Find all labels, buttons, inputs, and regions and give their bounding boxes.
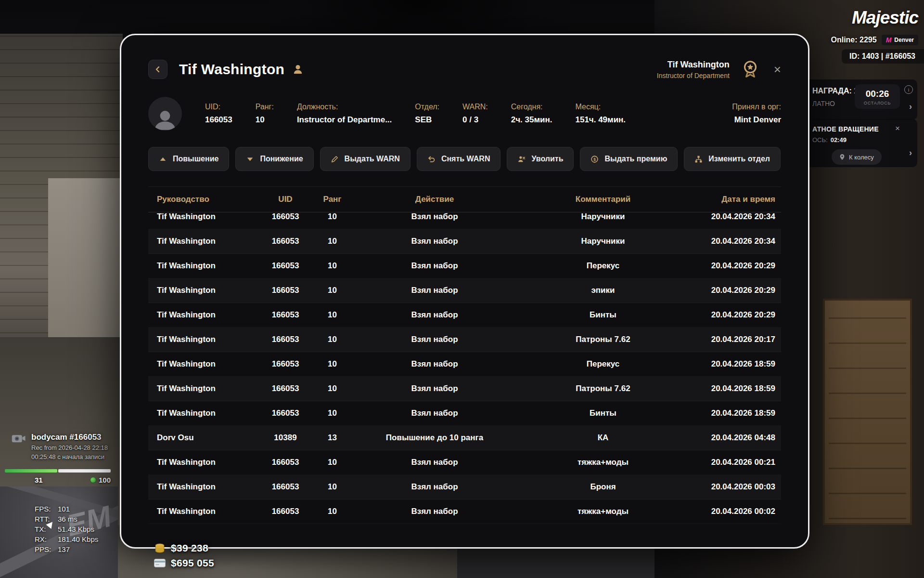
cell-date: 20.04.2026 00:21 <box>687 458 781 467</box>
info-icon[interactable]: i <box>904 85 913 94</box>
table-row: Tif Washington 166053 10 Взял набор эпик… <box>148 278 781 303</box>
cell-rank: 10 <box>314 261 350 271</box>
status-green-icon <box>90 477 96 483</box>
chevron-right-icon[interactable]: › <box>909 102 912 112</box>
status-bar <box>5 469 111 473</box>
table-row: Dorv Osu 10389 13 Повышение до 10 ранга … <box>148 426 781 450</box>
chevron-right-icon[interactable]: › <box>909 148 912 158</box>
col-header-date: Дата и время <box>687 195 781 204</box>
table-row: Tif Washington 166053 10 Взял набор Бинт… <box>148 401 781 426</box>
give-warn-button[interactable]: Выдать WARN <box>320 147 411 171</box>
field-today: Сегодня: 2ч. 35мин. <box>511 103 552 125</box>
col-header-action: Действие <box>350 195 519 204</box>
give-bonus-button[interactable]: $ Выдать премию <box>580 147 678 171</box>
svg-text:$: $ <box>594 157 596 161</box>
cell-action: Взял набор <box>350 261 519 271</box>
actions-row: Повышение Понижение Выдать WARN Снять WA… <box>148 147 781 171</box>
go-to-wheel-button[interactable]: К колесу <box>832 149 882 165</box>
stat-rtt: RTT:36 ms <box>35 515 98 523</box>
page-title: Tif Washington <box>179 61 284 78</box>
chevron-left-icon <box>154 66 162 73</box>
wheel-title: АТНОЕ ВРАЩЕНИЕ <box>812 125 898 133</box>
fire-button[interactable]: Уволить <box>507 147 574 171</box>
demote-button[interactable]: Понижение <box>235 147 313 171</box>
cell-uid: 166053 <box>257 384 314 394</box>
cell-comment: тяжка+моды <box>519 458 687 467</box>
cell-leader: Tif Washington <box>148 507 257 516</box>
coins-icon <box>154 543 166 553</box>
medal-icon <box>739 58 761 80</box>
status-left: 31 <box>35 476 43 484</box>
cell-uid: 166053 <box>257 507 314 516</box>
close-icon[interactable]: × <box>774 63 781 76</box>
field-rank: Ранг: 10 <box>256 103 274 125</box>
cell-date: 20.04.2026 20:17 <box>687 335 781 344</box>
member-profile-modal: Tif Washington Tif Washington Instructor… <box>120 34 809 549</box>
cell-rank: 10 <box>314 359 350 369</box>
field-position: Должность: Instructor of Departme... <box>297 103 392 125</box>
cell-uid: 166053 <box>257 482 314 492</box>
cell-date: 20.04.2026 18:59 <box>687 384 781 394</box>
cell-rank: 10 <box>314 286 350 295</box>
cell-rank: 10 <box>314 384 350 394</box>
table-header: Руководство UID Ранг Действие Комментари… <box>148 186 781 212</box>
cell-date: 20.04.2026 20:34 <box>687 212 781 222</box>
fire-icon <box>517 155 526 163</box>
bodycam-text: bodycam #166053 Rec from 2026-04-28 22:1… <box>31 433 108 460</box>
cell-rank: 10 <box>314 408 350 418</box>
cell-leader: Tif Washington <box>148 335 257 344</box>
col-header-uid: UID <box>257 195 314 204</box>
cell-rank: 10 <box>314 310 350 320</box>
cell-uid: 166053 <box>257 261 314 271</box>
reward-title: НАГРАДА: 1 / 4 <box>812 87 850 95</box>
give-warn-icon <box>331 155 339 163</box>
cell-date: 20.04.2026 20:29 <box>687 261 781 271</box>
promote-button[interactable]: Повышение <box>148 147 229 171</box>
change-department-button[interactable]: Изменить отдел <box>684 147 781 171</box>
cell-date: 20.04.2026 20:34 <box>687 236 781 246</box>
wheel-spin-widget: АТНОЕ ВРАЩЕНИЕ ОСЬ: 02:49 К колесу × › <box>794 119 917 167</box>
cell-action: Взял набор <box>350 408 519 418</box>
close-icon[interactable]: × <box>895 124 900 133</box>
cell-comment: Наручники <box>519 236 687 246</box>
cell-rank: 10 <box>314 507 350 516</box>
table-body[interactable]: Tif Washington 166053 10 Взял набор Нару… <box>148 212 781 524</box>
cash-amount: $39 238 <box>171 542 208 554</box>
cell-uid: 166053 <box>257 236 314 246</box>
background-white-wall <box>48 178 120 337</box>
cell-leader: Tif Washington <box>148 310 257 320</box>
table-row: Tif Washington 166053 10 Взял набор Пере… <box>148 254 781 278</box>
cash-row: $39 238 <box>154 542 214 554</box>
cell-comment: Бинты <box>519 310 687 320</box>
cell-action: Взял набор <box>350 310 519 320</box>
player-id-badge: ID: 1403 | #166053 <box>842 49 924 64</box>
avatar <box>148 97 182 131</box>
stat-tx: TX:51.43 Kbps <box>35 525 98 533</box>
table-row: Tif Washington 166053 10 Взял набор Пере… <box>148 352 781 377</box>
member-name: Tif Washington <box>657 60 730 70</box>
header-right: Tif Washington Instructor of Department … <box>657 58 781 80</box>
back-button[interactable] <box>148 60 167 79</box>
cell-action: Взял набор <box>350 236 519 246</box>
cell-uid: 166053 <box>257 359 314 369</box>
cell-leader: Tif Washington <box>148 212 257 222</box>
cell-leader: Tif Washington <box>148 236 257 246</box>
table-row: Tif Washington 166053 10 Взял набор Брон… <box>148 475 781 499</box>
bodycam-rec-line: Rec from 2026-04-28 22:18 <box>31 444 108 451</box>
cell-comment: Броня <box>519 482 687 492</box>
table-row: Tif Washington 166053 10 Взял набор тяжк… <box>148 450 781 475</box>
health-bar-segment <box>5 469 57 473</box>
cell-action: Взял набор <box>350 335 519 344</box>
cell-rank: 10 <box>314 335 350 344</box>
cell-uid: 166053 <box>257 310 314 320</box>
cell-action: Повышение до 10 ранга <box>350 433 519 443</box>
cell-action: Взял набор <box>350 212 519 222</box>
stat-fps: FPS:101 <box>35 505 98 513</box>
remove-warn-button[interactable]: Снять WARN <box>417 147 501 171</box>
col-header-rank: Ранг <box>314 195 350 204</box>
cell-date: 20.04.2026 00:02 <box>687 507 781 516</box>
bank-row: $695 055 <box>154 557 214 569</box>
cell-leader: Tif Washington <box>148 261 257 271</box>
member-role: Instructor of Department <box>657 72 730 79</box>
cell-leader: Tif Washington <box>148 408 257 418</box>
